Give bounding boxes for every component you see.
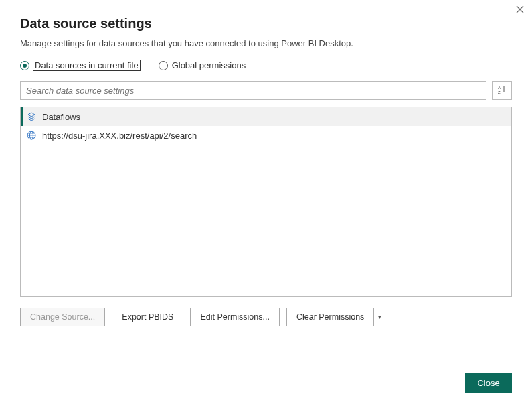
data-source-list: Dataflows https://dsu-jira.XXX.biz/rest/… [20,107,512,297]
edit-permissions-button[interactable]: Edit Permissions... [190,308,280,326]
svg-text:A: A [498,86,501,90]
sort-button[interactable]: A Z [492,81,512,100]
search-input[interactable] [20,81,486,100]
close-icon[interactable] [516,5,524,15]
globe-icon [26,130,37,141]
radio-global-label: Global permissions [172,60,246,70]
svg-text:Z: Z [498,90,501,94]
scope-radio-group: Data sources in current file Global perm… [20,60,512,70]
close-button[interactable]: Close [465,373,512,393]
radio-icon [159,61,168,70]
dialog-footer: Close [465,373,512,393]
chevron-down-icon: ▾ [378,314,381,320]
page-subtitle: Manage settings for data sources that yo… [20,38,512,48]
clear-permissions-button[interactable]: Clear Permissions [286,308,373,326]
radio-icon [20,61,29,70]
export-pbids-button[interactable]: Export PBIDS [112,308,183,326]
data-source-label: Dataflows [42,112,80,122]
data-source-item-web[interactable]: https://dsu-jira.XXX.biz/rest/api/2/sear… [21,126,511,145]
action-button-row: Change Source... Export PBIDS Edit Permi… [20,308,512,326]
sort-az-icon: A Z [497,85,507,96]
dataflows-icon [26,111,37,122]
clear-permissions-split-button: Clear Permissions ▾ [286,308,385,326]
radio-current-file[interactable]: Data sources in current file [20,60,140,70]
page-title: Data source settings [20,16,512,31]
radio-global-permissions[interactable]: Global permissions [159,60,246,70]
change-source-button: Change Source... [20,308,105,326]
data-source-item-dataflows[interactable]: Dataflows [21,107,511,126]
radio-current-file-label: Data sources in current file [33,60,140,70]
data-source-label: https://dsu-jira.XXX.biz/rest/api/2/sear… [42,131,197,141]
clear-permissions-dropdown[interactable]: ▾ [373,308,385,326]
